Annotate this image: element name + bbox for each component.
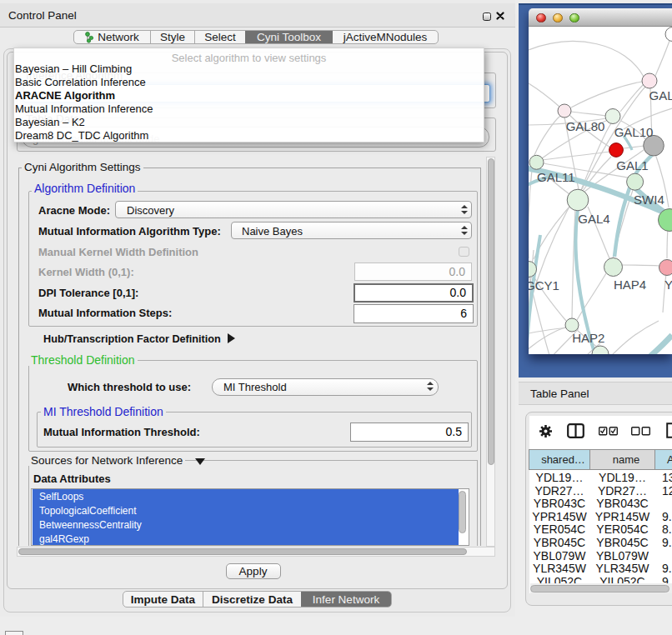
svg-text:GAL1: GAL1 [616,158,648,172]
svg-text:SWI4: SWI4 [634,192,664,207]
svg-text:HAP4: HAP4 [614,278,646,292]
svg-text:HAP2: HAP2 [572,331,604,345]
svg-text:GAL10: GAL10 [614,125,654,139]
svg-text:GAL11: GAL11 [537,170,575,184]
svg-text:GAL80: GAL80 [566,119,605,133]
svg-text:GAL4: GAL4 [578,212,609,226]
svg-text:GAL7: GAL7 [649,88,672,102]
svg-text:YM: YM [664,278,672,292]
svg-text:GCY1: GCY1 [529,278,559,292]
